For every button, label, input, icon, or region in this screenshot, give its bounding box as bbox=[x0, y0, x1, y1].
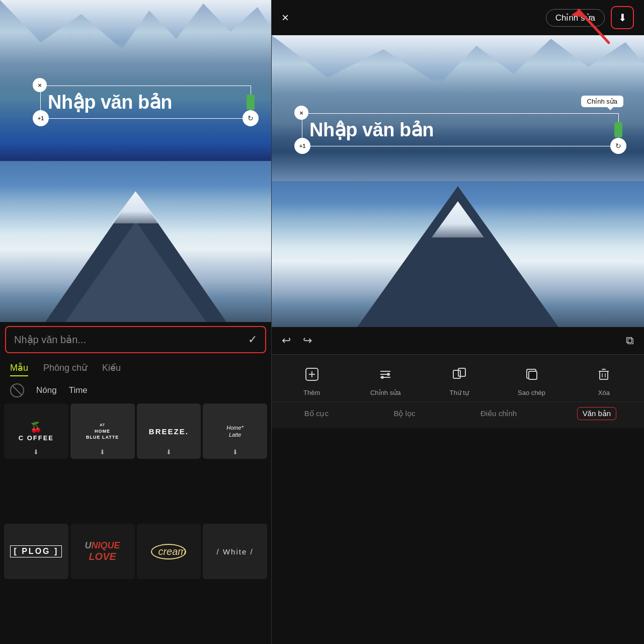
template-home[interactable]: ATHOMEBLUE LATTE ⬇ bbox=[70, 404, 135, 459]
cream-text: cream bbox=[151, 544, 186, 559]
latte-text: Home*Latte bbox=[226, 424, 244, 439]
edit-button[interactable]: Chỉnh sửa bbox=[546, 9, 605, 27]
top-right-actions: Chỉnh sửa ⬇ bbox=[546, 6, 634, 29]
svg-point-8 bbox=[387, 373, 390, 376]
plog-text: [ PLOG ] bbox=[10, 545, 62, 557]
check-icon[interactable]: ✓ bbox=[248, 333, 257, 346]
download-icon: ⬇ bbox=[618, 12, 627, 24]
white-text: / White / bbox=[217, 547, 254, 556]
rotate-btn-left[interactable]: ↻ bbox=[243, 110, 259, 126]
text-input-placeholder[interactable]: Nhập văn bản... bbox=[14, 334, 86, 346]
right-panel: × Chỉnh sửa ⬇ Chỉnh sửa bbox=[272, 0, 644, 644]
chinh-sua-tooltip: Chỉnh sửa bbox=[581, 96, 623, 107]
canvas-text-left: Nhập văn bản bbox=[48, 92, 172, 113]
them-label: Thêm bbox=[303, 389, 320, 396]
template-love[interactable]: UNIQUE LOVE bbox=[70, 524, 135, 579]
undo-redo-left: ↩ ↪ bbox=[282, 334, 312, 347]
undo-redo-row: ↩ ↪ ⧉ bbox=[272, 327, 644, 354]
sao-chep-icon bbox=[520, 363, 543, 386]
toolbar-them[interactable]: Thêm bbox=[300, 363, 324, 396]
left-panel: × Nhập văn bản +1 ↻ Nhập văn bản... ✓ Mẫ… bbox=[0, 0, 272, 644]
love-text: UNIQUE bbox=[85, 540, 120, 551]
coffee-icon: 🍒 bbox=[30, 421, 42, 433]
dl-icon-coffee[interactable]: ⬇ bbox=[33, 448, 39, 456]
tab-kieu[interactable]: Kiểu bbox=[102, 362, 121, 376]
tab-mau[interactable]: Mẫu bbox=[10, 362, 28, 376]
bottom-nav-row: Bố cục Bộ lọc Điều chỉnh Văn bản bbox=[272, 401, 644, 423]
template-cream[interactable]: cream bbox=[137, 524, 201, 579]
template-grid: 🍒 C OFFEE ⬇ ATHOMEBLUE LATTE ⬇ BREEZE. ⬇… bbox=[0, 401, 271, 644]
right-top-wrapper: × Chỉnh sửa ⬇ bbox=[272, 0, 644, 35]
chinh-sua-label: Chỉnh sửa bbox=[370, 389, 400, 396]
svg-rect-10 bbox=[453, 370, 460, 378]
love-main: LOVE bbox=[89, 551, 116, 562]
nav-van-ban[interactable]: Văn bản bbox=[577, 407, 617, 420]
canvas-text-right: Nhập văn bản bbox=[309, 119, 434, 140]
text-close-btn-right[interactable]: × bbox=[294, 106, 308, 120]
home-text: ATHOMEBLUE LATTE bbox=[86, 422, 119, 441]
nav-bo-cuc[interactable]: Bố cục bbox=[299, 407, 334, 420]
text-overlay-right[interactable]: Chỉnh sửa × Nhập văn bản +1 ↻ bbox=[302, 113, 619, 146]
toolbar-chinh-sua[interactable]: Chỉnh sửa bbox=[370, 363, 400, 396]
mountain-bottom-bg bbox=[0, 161, 271, 322]
svg-rect-11 bbox=[458, 368, 465, 376]
undo-button[interactable]: ↩ bbox=[282, 334, 291, 347]
split-button[interactable]: ⧉ bbox=[626, 334, 634, 347]
text-overlay-left[interactable]: × Nhập văn bản +1 ↻ bbox=[40, 86, 251, 119]
plus-btn-left[interactable]: +1 bbox=[33, 110, 49, 126]
text-box-left[interactable]: × Nhập văn bản +1 ↻ bbox=[40, 86, 251, 119]
thu-tu-icon bbox=[448, 363, 471, 386]
filter-time[interactable]: Time bbox=[69, 385, 88, 395]
redo-button[interactable]: ↪ bbox=[303, 334, 312, 347]
template-latte[interactable]: Home*Latte ⬇ bbox=[203, 404, 267, 459]
filter-nong[interactable]: Nóng bbox=[36, 385, 57, 395]
dl-icon-home[interactable]: ⬇ bbox=[100, 448, 105, 456]
svg-point-9 bbox=[381, 376, 384, 379]
template-coffee[interactable]: 🍒 C OFFEE ⬇ bbox=[4, 404, 68, 459]
them-icon bbox=[300, 363, 324, 386]
top-bar-right: × Chỉnh sửa ⬇ bbox=[272, 0, 644, 35]
dl-icon-latte[interactable]: ⬇ bbox=[232, 448, 238, 456]
xoa-label: Xóa bbox=[598, 389, 610, 396]
template-white[interactable]: / White / bbox=[203, 524, 267, 579]
xoa-icon bbox=[592, 363, 615, 386]
download-button[interactable]: ⬇ bbox=[611, 6, 634, 29]
mountain-snow-right bbox=[272, 35, 644, 106]
tab-phong-chu[interactable]: Phông chữ bbox=[43, 362, 87, 376]
toolbar-thu-tu[interactable]: Thứ tự bbox=[448, 363, 471, 396]
text-input-bar[interactable]: Nhập văn bản... ✓ bbox=[5, 326, 266, 353]
toolbar-sao-chep[interactable]: Sao chép bbox=[518, 363, 545, 396]
mountain-top-right bbox=[272, 35, 644, 181]
text-handle-right-r[interactable] bbox=[614, 122, 622, 137]
close-x-btn[interactable]: × bbox=[282, 11, 289, 25]
nav-dieu-chinh[interactable]: Điều chỉnh bbox=[475, 407, 522, 420]
svg-rect-13 bbox=[529, 371, 537, 379]
toolbar-xoa[interactable]: Xóa bbox=[592, 363, 615, 396]
toolbar-icons-row: Thêm Chỉnh sửa bbox=[272, 363, 644, 401]
canvas-left: × Nhập văn bản +1 ↻ bbox=[0, 0, 271, 322]
no-filter-icon[interactable] bbox=[10, 383, 24, 397]
tabs-row: Mẫu Phông chữ Kiểu bbox=[0, 357, 271, 379]
mountain-snow bbox=[0, 0, 271, 70]
nav-bo-loc[interactable]: Bộ lọc bbox=[388, 407, 420, 420]
thu-tu-label: Thứ tự bbox=[450, 389, 469, 396]
text-handle-right[interactable] bbox=[247, 95, 255, 110]
text-close-btn[interactable]: × bbox=[33, 78, 47, 92]
canvas-right: Chỉnh sửa × Nhập văn bản +1 ↻ bbox=[272, 35, 644, 327]
filter-row: Nóng Time bbox=[0, 379, 271, 401]
template-plog[interactable]: [ PLOG ] bbox=[4, 524, 68, 579]
mountain-bottom-right bbox=[272, 181, 644, 327]
breeze-text: BREEZE. bbox=[149, 427, 189, 436]
chinh-sua-icon bbox=[374, 363, 397, 386]
dl-icon-breeze[interactable]: ⬇ bbox=[166, 448, 172, 456]
template-breeze[interactable]: BREEZE. ⬇ bbox=[137, 404, 201, 459]
sao-chep-label: Sao chép bbox=[518, 389, 545, 396]
text-box-right[interactable]: Chỉnh sửa × Nhập văn bản +1 ↻ bbox=[302, 113, 619, 146]
coffee-text: C OFFEE bbox=[19, 434, 54, 442]
rotate-btn-right[interactable]: ↻ bbox=[610, 138, 626, 154]
svg-rect-14 bbox=[600, 371, 608, 379]
plus-btn-right[interactable]: +1 bbox=[294, 138, 310, 154]
bottom-toolbar: Thêm Chỉnh sửa bbox=[272, 354, 644, 428]
